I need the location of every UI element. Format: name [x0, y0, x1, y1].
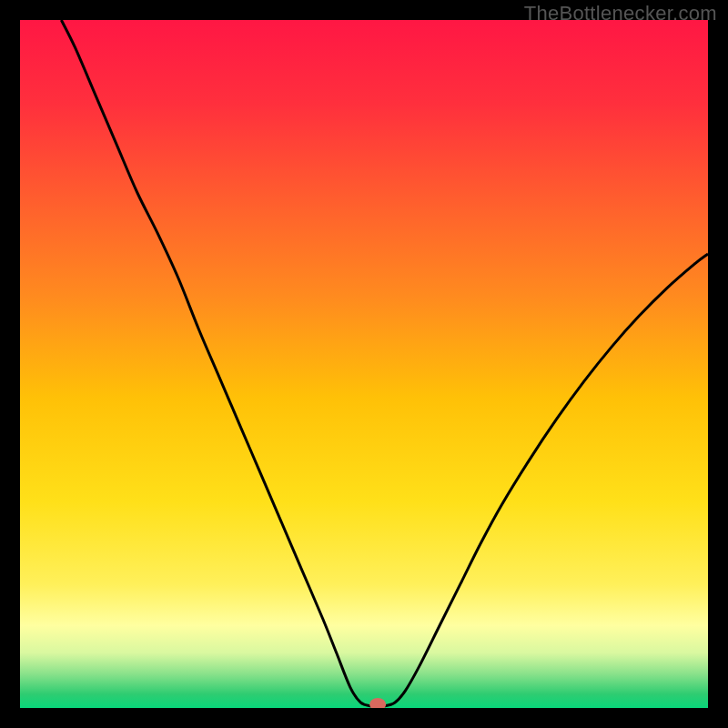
chart-frame	[20, 20, 708, 708]
bottleneck-chart	[20, 20, 708, 708]
chart-background	[20, 20, 708, 708]
